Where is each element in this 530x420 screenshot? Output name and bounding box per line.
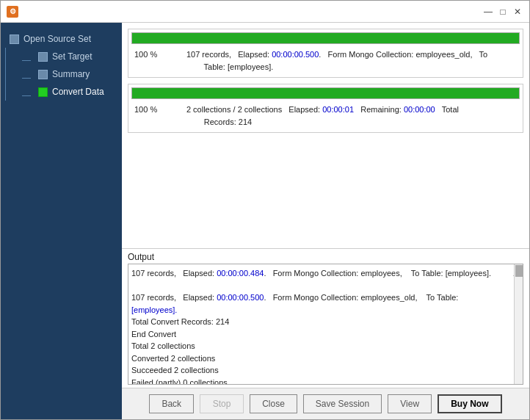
output-line-4: [employees]. — [131, 304, 520, 316]
progress-bar-2 — [131, 87, 520, 99]
progress-collections-2: 2 collections / 2 collections Elapsed: — [186, 105, 322, 114]
sidebar-icon-summary — [38, 70, 48, 79]
close-window-button[interactable]: ✕ — [512, 6, 523, 18]
buy-now-button[interactable]: Buy Now — [438, 394, 501, 413]
footer-buttons: Back Stop Close Save Session View Buy No… — [122, 388, 529, 419]
progress-fill-2 — [132, 88, 519, 98]
progress-remaining-label: Remaining: — [354, 105, 404, 114]
output-line-2 — [131, 280, 520, 292]
output-box[interactable]: 107 records, Elapsed: 00:00:00.484. Form… — [128, 264, 523, 385]
progress-total-records: Records: 214 — [134, 117, 252, 126]
output-line-9: Succeeded 2 collections — [131, 364, 520, 377]
progress-percent-2: 100 % — [134, 105, 184, 114]
progress-text-1: 100 % 107 records, Elapsed: 00:00:00.500… — [131, 47, 520, 74]
back-button[interactable]: Back — [149, 394, 194, 413]
minimize-button[interactable]: — — [482, 6, 494, 18]
title-bar: ⚙ — □ ✕ — [1, 1, 529, 23]
content-area: Open Source Set Set Target Summary — [1, 23, 529, 419]
sidebar-icon-set-target — [38, 52, 48, 62]
sidebar-label-set-target: Set Target — [52, 51, 92, 62]
sidebar: Open Source Set Set Target Summary — [1, 23, 122, 419]
sidebar-item-open-source-set[interactable]: Open Source Set — [1, 30, 122, 48]
progress-records-1: 107 records, Elapsed: — [186, 50, 272, 59]
save-session-button[interactable]: Save Session — [303, 394, 382, 413]
sidebar-label-open-source-set: Open Source Set — [23, 34, 91, 44]
sidebar-label-convert-data: Convert Data — [52, 87, 104, 97]
scrollbar-thumb[interactable] — [515, 265, 523, 277]
progress-block-1: 100 % 107 records, Elapsed: 00:00:00.500… — [128, 29, 523, 78]
progress-detail-1: . Form Mongo Collection: employees_old, … — [319, 50, 487, 59]
progress-elapsed-1: 00:00:00.500 — [272, 50, 319, 59]
view-button[interactable]: View — [388, 394, 432, 413]
progress-remaining-2: 00:00:00 — [404, 105, 435, 114]
output-label: Output — [128, 252, 523, 262]
stop-button[interactable]: Stop — [200, 394, 244, 413]
output-line-5: Total Convert Records: 214 — [131, 316, 520, 328]
progress-bar-1 — [131, 32, 520, 44]
output-line-1: 107 records, Elapsed: 00:00:00.484. Form… — [131, 267, 520, 280]
progress-text-2: 100 % 2 collections / 2 collections Elap… — [131, 102, 520, 129]
maximize-button[interactable]: □ — [497, 6, 509, 18]
progress-fill-1 — [132, 33, 519, 43]
progress-section: 100 % 107 records, Elapsed: 00:00:00.500… — [122, 23, 529, 248]
output-line-7: Total 2 collections — [131, 340, 520, 352]
title-bar-controls: — □ ✕ — [482, 6, 523, 18]
progress-elapsed-2: 00:00:01 — [322, 105, 354, 114]
close-button[interactable]: Close — [250, 394, 297, 413]
main-panel: 100 % 107 records, Elapsed: 00:00:00.500… — [122, 23, 529, 419]
sidebar-icon-open-source-set — [10, 35, 19, 44]
sidebar-label-summary: Summary — [52, 69, 90, 79]
output-line-3: 107 records, Elapsed: 00:00:00.500. Form… — [131, 292, 520, 304]
output-line-6: End Convert — [131, 328, 520, 341]
sidebar-item-set-target[interactable]: Set Target — [19, 48, 122, 65]
progress-percent-1: 100 % — [134, 50, 184, 59]
progress-detail-1b: Table: [employees]. — [134, 62, 273, 71]
sidebar-item-summary[interactable]: Summary — [19, 65, 122, 83]
output-line-8: Converted 2 collections — [131, 352, 520, 365]
sidebar-icon-convert-data — [38, 87, 48, 97]
sidebar-item-convert-data[interactable]: Convert Data — [19, 83, 122, 101]
progress-total: Total — [435, 105, 459, 114]
progress-block-2: 100 % 2 collections / 2 collections Elap… — [128, 84, 523, 133]
output-line-10: Failed (partly) 0 collections — [131, 377, 520, 385]
scrollbar[interactable] — [514, 264, 523, 384]
main-window: ⚙ — □ ✕ Open Source Set Set Target — [0, 0, 530, 420]
app-icon: ⚙ — [7, 6, 18, 18]
output-section: Output 107 records, Elapsed: 00:00:00.48… — [122, 248, 529, 388]
title-bar-left: ⚙ — [7, 6, 18, 18]
